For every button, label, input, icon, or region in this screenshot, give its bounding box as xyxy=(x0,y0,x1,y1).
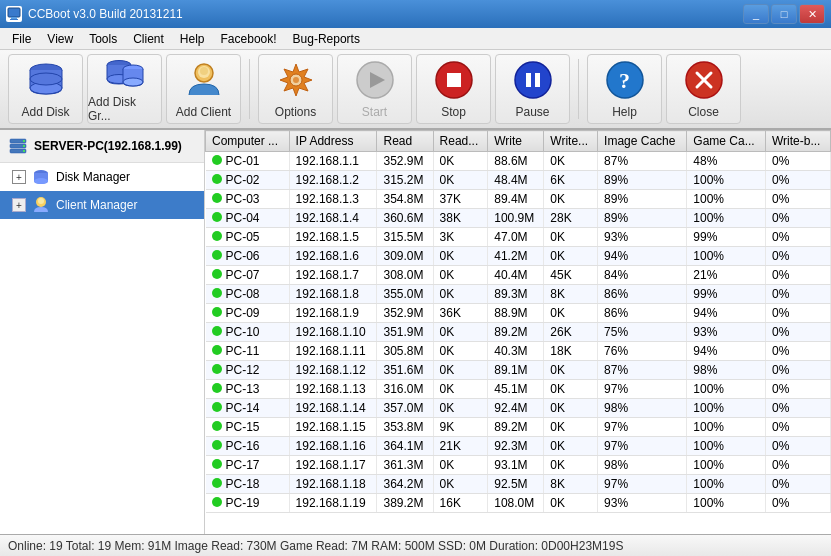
help-button[interactable]: ? Help xyxy=(587,54,662,124)
cell-0: PC-06 xyxy=(206,247,290,266)
status-dot xyxy=(212,155,222,165)
col-read2[interactable]: Read... xyxy=(433,131,488,152)
maximize-button[interactable]: □ xyxy=(771,4,797,24)
status-dot xyxy=(212,421,222,431)
cell-0: PC-15 xyxy=(206,418,290,437)
close-button[interactable]: Close xyxy=(666,54,741,124)
menu-help[interactable]: Help xyxy=(172,30,213,48)
table-row[interactable]: PC-08192.168.1.8355.0M0K89.3M8K86%99%0% xyxy=(206,285,831,304)
cell-1: 192.168.1.8 xyxy=(289,285,377,304)
menu-bugreports[interactable]: Bug-Reports xyxy=(285,30,368,48)
cell-4: 47.0M xyxy=(488,228,544,247)
table-row[interactable]: PC-18192.168.1.18364.2M0K92.5M8K97%100%0… xyxy=(206,475,831,494)
close-label: Close xyxy=(688,105,719,119)
status-dot xyxy=(212,212,222,222)
col-game[interactable]: Game Ca... xyxy=(687,131,766,152)
menu-tools[interactable]: Tools xyxy=(81,30,125,48)
table-row[interactable]: PC-14192.168.1.14357.0M0K92.4M0K98%100%0… xyxy=(206,399,831,418)
add-disk-group-button[interactable]: Add Disk Gr... xyxy=(87,54,162,124)
cell-4: 89.2M xyxy=(488,418,544,437)
cell-1: 192.168.1.6 xyxy=(289,247,377,266)
col-ip[interactable]: IP Address xyxy=(289,131,377,152)
table-row[interactable]: PC-01192.168.1.1352.9M0K88.6M0K87%48%0% xyxy=(206,152,831,171)
sidebar-item-client-manager[interactable]: + Client Manager xyxy=(0,191,204,219)
cell-3: 0K xyxy=(433,475,488,494)
cell-2: 389.2M xyxy=(377,494,433,513)
sidebar-item-disk-manager[interactable]: + Disk Manager xyxy=(0,163,204,191)
col-wb[interactable]: Write-b... xyxy=(765,131,830,152)
cell-1: 192.168.1.9 xyxy=(289,304,377,323)
table-row[interactable]: PC-16192.168.1.16364.1M21K92.3M0K97%100%… xyxy=(206,437,831,456)
add-client-button[interactable]: Add Client xyxy=(166,54,241,124)
svg-rect-18 xyxy=(447,73,461,87)
cell-0: PC-05 xyxy=(206,228,290,247)
table-row[interactable]: PC-02192.168.1.2315.2M0K48.4M6K89%100%0% xyxy=(206,171,831,190)
col-cache[interactable]: Image Cache xyxy=(598,131,687,152)
cell-2: 364.1M xyxy=(377,437,433,456)
cell-1: 192.168.1.14 xyxy=(289,399,377,418)
menu-facebook[interactable]: Facebook! xyxy=(213,30,285,48)
svg-rect-2 xyxy=(10,19,18,20)
status-dot xyxy=(212,250,222,260)
options-button[interactable]: Options xyxy=(258,54,333,124)
cell-7: 100% xyxy=(687,475,766,494)
expand-icon-disk[interactable]: + xyxy=(12,170,26,184)
table-row[interactable]: PC-05192.168.1.5315.5M3K47.0M0K93%99%0% xyxy=(206,228,831,247)
cell-4: 89.3M xyxy=(488,285,544,304)
add-disk-button[interactable]: Add Disk xyxy=(8,54,83,124)
col-write2[interactable]: Write... xyxy=(544,131,598,152)
table-row[interactable]: PC-13192.168.1.13316.0M0K45.1M0K97%100%0… xyxy=(206,380,831,399)
help-label: Help xyxy=(612,105,637,119)
table-row[interactable]: PC-12192.168.1.12351.6M0K89.1M0K87%98%0% xyxy=(206,361,831,380)
cell-6: 75% xyxy=(598,323,687,342)
svg-text:?: ? xyxy=(619,68,630,93)
table-row[interactable]: PC-09192.168.1.9352.9M36K88.9M0K86%94%0% xyxy=(206,304,831,323)
cell-4: 92.5M xyxy=(488,475,544,494)
main-content: SERVER-PC(192.168.1.99) + Disk Manager +… xyxy=(0,130,831,534)
cell-2: 353.8M xyxy=(377,418,433,437)
stop-button[interactable]: Stop xyxy=(416,54,491,124)
table-row[interactable]: PC-15192.168.1.15353.8M9K89.2M0K97%100%0… xyxy=(206,418,831,437)
table-row[interactable]: PC-04192.168.1.4360.6M38K100.9M28K89%100… xyxy=(206,209,831,228)
cell-5: 0K xyxy=(544,399,598,418)
menu-client[interactable]: Client xyxy=(125,30,172,48)
cell-1: 192.168.1.3 xyxy=(289,190,377,209)
cell-1: 192.168.1.11 xyxy=(289,342,377,361)
col-write[interactable]: Write xyxy=(488,131,544,152)
client-table: Computer ... IP Address Read Read... Wri… xyxy=(205,130,831,513)
cell-4: 88.6M xyxy=(488,152,544,171)
start-button[interactable]: Start xyxy=(337,54,412,124)
cell-0: PC-18 xyxy=(206,475,290,494)
cell-5: 0K xyxy=(544,304,598,323)
col-read[interactable]: Read xyxy=(377,131,433,152)
table-row[interactable]: PC-11192.168.1.11305.8M0K40.3M18K76%94%0… xyxy=(206,342,831,361)
cell-1: 192.168.1.5 xyxy=(289,228,377,247)
cell-6: 97% xyxy=(598,418,687,437)
table-row[interactable]: PC-10192.168.1.10351.9M0K89.2M26K75%93%0… xyxy=(206,323,831,342)
cell-2: 315.5M xyxy=(377,228,433,247)
table-row[interactable]: PC-03192.168.1.3354.8M37K89.4M0K89%100%0… xyxy=(206,190,831,209)
table-row[interactable]: PC-17192.168.1.17361.3M0K93.1M0K98%100%0… xyxy=(206,456,831,475)
table-row[interactable]: PC-06192.168.1.6309.0M0K41.2M0K94%100%0% xyxy=(206,247,831,266)
table-row[interactable]: PC-19192.168.1.19389.2M16K108.0M0K93%100… xyxy=(206,494,831,513)
col-computer[interactable]: Computer ... xyxy=(206,131,290,152)
window-close-button[interactable]: ✕ xyxy=(799,4,825,24)
menu-view[interactable]: View xyxy=(39,30,81,48)
expand-icon-client[interactable]: + xyxy=(12,198,26,212)
table-row[interactable]: PC-07192.168.1.7308.0M0K40.4M45K84%21%0% xyxy=(206,266,831,285)
add-client-label: Add Client xyxy=(176,105,231,119)
cell-4: 108.0M xyxy=(488,494,544,513)
title-bar: CCBoot v3.0 Build 20131211 _ □ ✕ xyxy=(0,0,831,28)
status-dot xyxy=(212,307,222,317)
status-dot xyxy=(212,383,222,393)
minimize-button[interactable]: _ xyxy=(743,4,769,24)
cell-7: 100% xyxy=(687,209,766,228)
pause-button[interactable]: Pause xyxy=(495,54,570,124)
cell-3: 0K xyxy=(433,247,488,266)
cell-1: 192.168.1.1 xyxy=(289,152,377,171)
table-scroll[interactable]: Computer ... IP Address Read Read... Wri… xyxy=(205,130,831,534)
cell-6: 97% xyxy=(598,475,687,494)
svg-point-12 xyxy=(200,67,208,75)
menu-file[interactable]: File xyxy=(4,30,39,48)
add-disk-group-label: Add Disk Gr... xyxy=(88,95,161,123)
